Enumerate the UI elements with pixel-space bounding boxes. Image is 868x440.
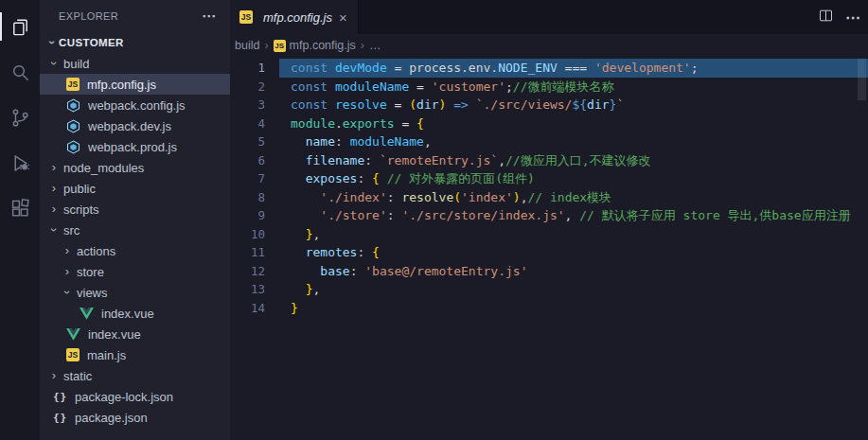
tree-item-public[interactable]: ›public <box>40 178 230 199</box>
tree-item-src[interactable]: ›src <box>40 220 230 240</box>
code-line[interactable]: 1const devMode = process.env.NODE_ENV ==… <box>230 59 868 78</box>
code-line[interactable]: 2const moduleName = 'customer';//微前端模块名称 <box>230 78 868 97</box>
tree-item-node-modules[interactable]: ›node_modules <box>40 157 230 178</box>
tree-item-views[interactable]: ›views <box>40 282 230 303</box>
extensions-icon[interactable] <box>0 185 40 231</box>
tree-item-mfp.config.js[interactable]: JSmfp.config.js <box>40 74 230 95</box>
tree-item-static[interactable]: ›static <box>40 365 230 386</box>
tree-item-actions[interactable]: ›actions <box>40 240 230 261</box>
tab-bar: JS mfp.config.js × ⋯ <box>230 0 868 34</box>
code-line[interactable]: 5 name: moduleName, <box>230 132 868 151</box>
code-line[interactable]: 6 filename: `remoteEntry.js`,//微应用入口,不建议… <box>230 151 868 170</box>
close-icon[interactable]: × <box>338 10 348 25</box>
tree-item-package-lock.json[interactable]: {}package-lock.json <box>40 386 230 407</box>
tab-label: mfp.config.js <box>263 10 332 25</box>
line-number: 4 <box>230 114 279 133</box>
tree-item-package.json[interactable]: {}package.json <box>40 407 230 428</box>
line-number: 11 <box>230 243 279 262</box>
tree-item-label: store <box>77 265 104 279</box>
code-text: remotes: { <box>279 243 868 262</box>
tree-item-webpack.config.js[interactable]: webpack.config.js <box>40 95 230 115</box>
tree-item-label: index.vue <box>88 327 141 342</box>
activity-bar <box>0 0 40 440</box>
tree-item-label: package-lock.json <box>75 390 173 404</box>
breadcrumb: build›JSmfp.config.js›… <box>230 34 868 57</box>
webpack-icon <box>66 98 80 113</box>
tree-item-main.js[interactable]: JSmain.js <box>40 344 230 365</box>
breadcrumb-item[interactable]: build <box>235 39 259 52</box>
run-debug-icon[interactable] <box>0 140 40 185</box>
code-line[interactable]: 10 }, <box>230 225 868 244</box>
chevron-right-icon: › <box>61 244 74 257</box>
vscode-window: EXPLORER ⋯ › CUSTOMER ›buildJSmfp.config… <box>0 0 868 440</box>
tree-item-store[interactable]: ›store <box>40 261 230 282</box>
chevron-right-icon: › <box>47 202 61 216</box>
tree-item-index.vue[interactable]: index.vue <box>40 303 230 324</box>
tree-item-build[interactable]: ›build <box>40 53 230 74</box>
line-number: 5 <box>230 132 279 151</box>
code-line[interactable]: 8 './index': resolve('index'),// index模块 <box>230 188 868 207</box>
line-number: 10 <box>230 225 279 244</box>
tab-mfp-config-js[interactable]: JS mfp.config.js × <box>230 0 359 34</box>
js-icon: JS <box>66 348 80 361</box>
source-control-icon[interactable] <box>0 95 40 140</box>
breadcrumb-item[interactable]: … <box>369 39 381 52</box>
code-text: const moduleName = 'customer';//微前端模块名称 <box>279 78 868 97</box>
code-line[interactable]: 11 remotes: { <box>230 243 868 262</box>
tree-item-label: package.json <box>75 411 148 425</box>
code-text: module.exports = { <box>279 114 868 133</box>
code-editor[interactable]: 1const devMode = process.env.NODE_ENV ==… <box>230 57 868 440</box>
chevron-down-icon: › <box>45 36 59 49</box>
code-line[interactable]: 9 './store': './src/store/index.js', // … <box>230 206 868 225</box>
tree-item-webpack.prod.js[interactable]: webpack.prod.js <box>40 136 230 157</box>
chevron-down-icon: › <box>47 223 61 237</box>
line-number: 2 <box>230 78 279 97</box>
line-number: 7 <box>230 169 279 188</box>
project-section-header[interactable]: › CUSTOMER <box>40 32 230 53</box>
json-icon: {} <box>53 411 67 425</box>
tree-item-label: webpack.dev.js <box>88 119 171 133</box>
code-line[interactable]: 4module.exports = { <box>230 114 868 133</box>
tree-item-scripts[interactable]: ›scripts <box>40 199 230 220</box>
vue-icon <box>66 328 80 341</box>
tree-item-index.vue[interactable]: index.vue <box>40 324 230 344</box>
tree-item-label: node_modules <box>63 161 144 175</box>
code-line[interactable]: 3const resolve = (dir) => `./src/views/$… <box>230 96 868 114</box>
code-text: }, <box>279 280 868 299</box>
code-text: filename: `remoteEntry.js`,//微应用入口,不建议修改 <box>279 151 868 170</box>
tree-item-label: public <box>63 182 96 196</box>
scrollbar-thumb[interactable] <box>858 59 866 100</box>
code-text: const devMode = process.env.NODE_ENV ===… <box>279 59 868 78</box>
tree-item-label: webpack.config.js <box>88 98 186 113</box>
tree-item-webpack.dev.js[interactable]: webpack.dev.js <box>40 115 230 136</box>
code-line[interactable]: 7 exposes: { // 对外暴露的页面(组件) <box>230 169 868 188</box>
sidebar-header: EXPLORER ⋯ <box>40 0 230 32</box>
js-icon: JS <box>274 40 286 52</box>
code-line[interactable]: 12 base: 'base@/remoteEntry.js' <box>230 262 868 281</box>
tree-item-label: webpack.prod.js <box>88 140 177 154</box>
search-icon[interactable] <box>0 49 40 95</box>
sidebar-title: EXPLORER <box>59 10 118 22</box>
editor-actions: ⋯ <box>818 0 860 34</box>
code-line[interactable]: 13 }, <box>230 280 868 299</box>
vue-icon <box>80 308 94 320</box>
file-tree: ›buildJSmfp.config.jswebpack.config.jswe… <box>40 53 230 428</box>
split-editor-icon[interactable] <box>818 8 834 27</box>
breadcrumb-item[interactable]: JSmfp.config.js <box>274 39 356 52</box>
more-actions-icon[interactable]: ⋯ <box>202 8 217 25</box>
editor-group: JS mfp.config.js × ⋯ build›JSmfp.config.… <box>230 0 868 440</box>
explorer-icon[interactable] <box>0 4 40 49</box>
js-icon: JS <box>239 10 253 24</box>
code-line[interactable]: 14} <box>230 299 868 318</box>
tree-item-label: actions <box>77 244 115 258</box>
editor-more-icon[interactable]: ⋯ <box>845 9 860 26</box>
explorer-sidebar: EXPLORER ⋯ › CUSTOMER ›buildJSmfp.config… <box>40 0 230 440</box>
js-icon: JS <box>66 78 80 91</box>
line-number: 13 <box>230 280 279 299</box>
webpack-icon <box>66 140 80 154</box>
tree-item-label: index.vue <box>101 307 154 321</box>
line-number: 14 <box>230 299 279 318</box>
tree-item-label: mfp.config.js <box>87 78 156 92</box>
tree-item-label: scripts <box>63 202 99 217</box>
line-number: 9 <box>230 206 279 225</box>
